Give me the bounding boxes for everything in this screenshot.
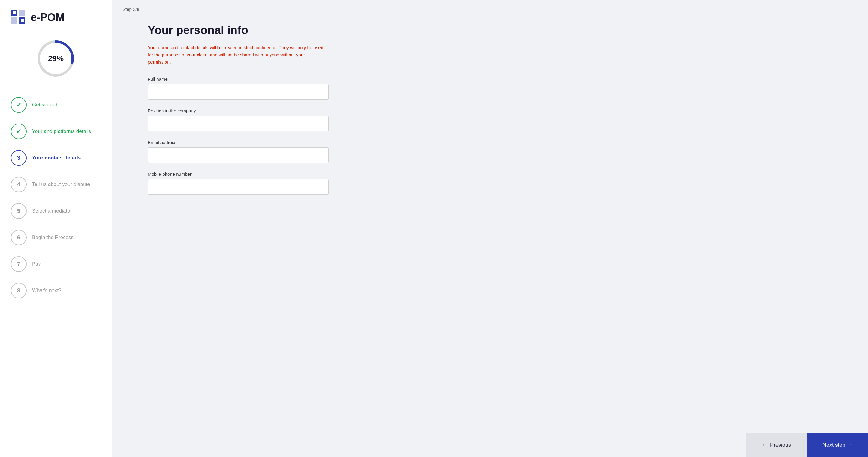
steps-list: ✓ Get started ✓ Your and platforms detai… [11, 92, 101, 304]
step-item-4[interactable]: 4 Tell us about your dispute [11, 171, 101, 198]
next-step-button[interactable]: Next step → [807, 433, 868, 457]
footer-buttons: ← Previous Next step → [746, 433, 868, 457]
logo-icon [11, 10, 27, 25]
svg-rect-5 [21, 19, 24, 22]
full-name-label: Full name [148, 76, 329, 82]
check-icon-1: ✓ [16, 101, 22, 108]
logo: e-POM [11, 10, 101, 25]
step-item-7[interactable]: 7 Pay [11, 251, 101, 278]
step-circle-6: 6 [11, 230, 27, 246]
form-title: Your personal info [148, 24, 347, 37]
step-label-8: What's next? [32, 288, 62, 294]
step-label-2: Your and platforms details [32, 128, 91, 134]
step-circle-4: 4 [11, 177, 27, 192]
logo-text: e-POM [31, 11, 65, 24]
full-name-group: Full name [148, 76, 329, 100]
step-item-6[interactable]: 6 Begin the Process [11, 224, 101, 251]
svg-rect-4 [13, 11, 16, 14]
step-circle-3: 3 [11, 150, 27, 166]
svg-rect-2 [11, 18, 18, 24]
email-group: Email address [148, 140, 329, 163]
step-label-5: Select a mediator [32, 208, 72, 214]
next-label: Next step → [823, 442, 852, 448]
previous-button[interactable]: ← Previous [746, 433, 807, 457]
step-label-4: Tell us about your dispute [32, 182, 90, 188]
step-circle-7: 7 [11, 256, 27, 272]
step-circle-5: 5 [11, 203, 27, 219]
step-label-3: Your contact details [32, 155, 81, 161]
progress-percentage: 29% [48, 54, 64, 63]
step-item-2[interactable]: ✓ Your and platforms details [11, 118, 101, 145]
step-item-1[interactable]: ✓ Get started [11, 92, 101, 118]
position-input[interactable] [148, 116, 329, 131]
step-circle-8: 8 [11, 283, 27, 298]
full-name-input[interactable] [148, 84, 329, 100]
email-label: Email address [148, 140, 329, 145]
check-icon-2: ✓ [16, 128, 22, 135]
phone-group: Mobile phone number [148, 171, 329, 195]
step-label-6: Begin the Process [32, 234, 73, 240]
previous-arrow-icon: ← [762, 442, 767, 448]
step-item-8[interactable]: 8 What's next? [11, 278, 101, 304]
main-content: Step 3/8 Your personal info Your name an… [112, 0, 868, 457]
step-label-7: Pay [32, 261, 41, 267]
step-circle-2: ✓ [11, 124, 27, 139]
step-label-1: Get started [32, 102, 57, 108]
sidebar: e-POM 29% ✓ Get started ✓ Your and pl [0, 0, 112, 457]
phone-input[interactable] [148, 179, 329, 195]
phone-label: Mobile phone number [148, 171, 329, 177]
step-circle-1: ✓ [11, 97, 27, 113]
position-group: Position in the company [148, 108, 329, 131]
step-indicator: Step 3/8 [112, 0, 868, 12]
privacy-notice: Your name and contact details will be tr… [148, 44, 329, 66]
form-container: Your personal info Your name and contact… [112, 12, 383, 457]
progress-circle: 29% [35, 37, 77, 79]
position-label: Position in the company [148, 108, 329, 113]
svg-rect-1 [19, 10, 25, 16]
step-item-3[interactable]: 3 Your contact details [11, 145, 101, 171]
email-input[interactable] [148, 148, 329, 163]
progress-container: 29% [11, 37, 101, 79]
previous-label: Previous [770, 442, 791, 448]
step-item-5[interactable]: 5 Select a mediator [11, 198, 101, 224]
